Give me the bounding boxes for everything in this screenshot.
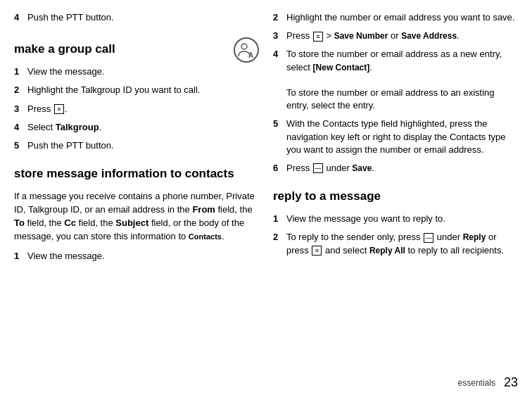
soft-key-icon: — [313,163,323,173]
right-column: 2 Highlight the number or email address … [273,11,518,386]
s1-item-4: 4 Select Talkgroup. [14,121,259,134]
s1-item-3: 3 Press ≡. [14,103,259,115]
footer-page: 23 [504,375,518,390]
new-contact-bold: [New Contact] [313,63,370,73]
menu-icon-3: ≡ [313,32,323,42]
save-bold: Save [352,163,372,173]
section1-title: make a group call [14,42,115,57]
reply-bold: Reply [463,232,486,242]
r-item-2: 2 Highlight the number or email address … [273,11,518,24]
svg-text:A: A [248,51,253,59]
group-call-icon: A [234,37,259,63]
prev-item-text: Push the PTT button. [27,11,259,24]
r-item-5: 5 With the Contacts type field highlight… [273,118,518,156]
cc-bold: Cc [64,218,76,228]
r-item-4-para1: To store the number or email address as … [286,49,502,72]
section2-para: If a message you receive contains a phon… [14,190,259,243]
contacts-small-bold: Contacts [189,232,222,241]
r-item-4: 4 To store the number or email address a… [273,48,518,112]
s2-item-1: 1 View the message. [14,250,259,263]
save-address-bold: Save Address [401,31,457,41]
s3-item-1: 1 View the message you want to reply to. [273,213,518,225]
section3-title: reply to a message [273,189,518,204]
talkgroup-bold: Talkgroup [56,122,99,132]
page: 4 Push the PTT button. make a group call… [0,0,532,397]
page-footer: essentials 23 [458,375,518,390]
left-column: 4 Push the PTT button. make a group call… [14,11,259,386]
r-item-4-para2: To store the number or email address to … [286,87,495,111]
menu-icon-s3: ≡ [312,246,322,256]
menu-icon: ≡ [54,104,64,114]
s1-item-1: 1 View the message. [14,65,259,78]
save-number-bold: Save Number [334,31,388,41]
section2-title: store message information to contacts [14,166,259,182]
s1-item-2: 2 Highlight the Talkgroup ID you want to… [14,84,259,96]
section1-title-row: make a group call A [14,36,259,63]
prev-item-num: 4 [14,11,24,24]
from-bold: From [192,204,215,215]
svg-point-0 [241,44,247,49]
r-item-3: 3 Press ≡ > Save Number or Save Address. [273,30,518,42]
soft-key-icon-2: — [424,233,433,243]
s3-item-2: 2 To reply to the sender only, press — u… [273,231,518,256]
s1-item-5: 5 Push the PTT button. [14,139,259,152]
r-item-6: 6 Press — under Save. [273,162,518,175]
subject-bold: Subject [115,218,148,228]
footer-label: essentials [458,378,495,388]
prev-item-4: 4 Push the PTT button. [14,11,259,24]
to-bold: To [14,218,25,228]
reply-all-bold: Reply All [369,246,405,256]
